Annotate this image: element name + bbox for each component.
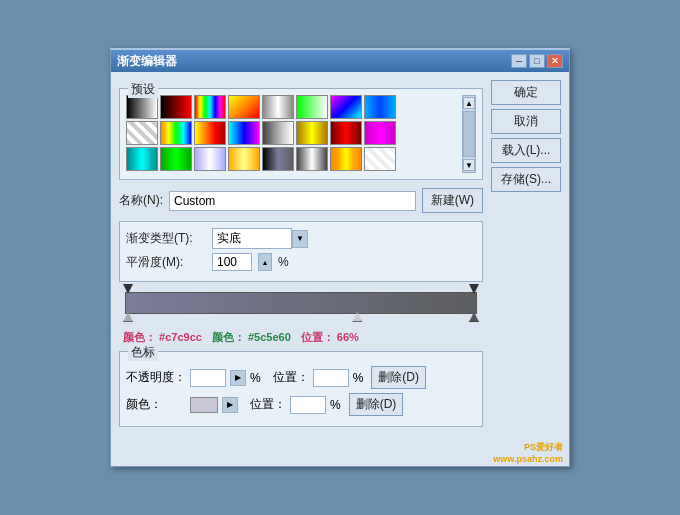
position-value: 66% (337, 331, 359, 343)
preset-swatch-4[interactable] (262, 95, 294, 119)
position-label: 位置： (301, 331, 334, 343)
preset-swatch-10[interactable] (194, 121, 226, 145)
save-button[interactable]: 存储(S)... (491, 167, 561, 192)
color-stops-section: 色标 不透明度： ▶ % 位置： % 删除(D) 颜色： ▶ 位 (119, 351, 483, 427)
side-buttons: 确定 取消 载入(L)... 存储(S)... (491, 80, 561, 431)
maximize-button[interactable]: □ (529, 54, 545, 68)
name-label: 名称(N): (119, 192, 163, 209)
preset-swatch-16[interactable] (126, 147, 158, 171)
pos2-label: 位置： (250, 396, 286, 413)
scroll-down-arrow[interactable]: ▼ (463, 159, 475, 171)
preset-swatch-21[interactable] (296, 147, 328, 171)
pos1-label: 位置： (273, 369, 309, 386)
name-row: 名称(N): 新建(W) (119, 188, 483, 213)
preset-swatch-19[interactable] (228, 147, 260, 171)
position-info: 位置： 66% (301, 330, 359, 345)
close-button[interactable]: ✕ (547, 54, 563, 68)
preset-swatch-8[interactable] (126, 121, 158, 145)
watermark: PS爱好者www.psahz.com (111, 439, 569, 466)
color1-label: 颜色： (123, 331, 156, 343)
preset-swatch-15[interactable] (364, 121, 396, 145)
preset-swatch-17[interactable] (160, 147, 192, 171)
opacity-row: 不透明度： ▶ % 位置： % 删除(D) (126, 366, 476, 389)
new-button[interactable]: 新建(W) (422, 188, 483, 213)
preset-swatch-3[interactable] (228, 95, 260, 119)
scroll-up-arrow[interactable]: ▲ (463, 97, 475, 109)
preset-swatch-13[interactable] (296, 121, 328, 145)
preset-swatch-7[interactable] (364, 95, 396, 119)
color2-label: 颜色： (212, 331, 245, 343)
smoothness-row: 平滑度(M): ▲ % (126, 253, 476, 271)
preset-swatch-12[interactable] (262, 121, 294, 145)
preset-swatch-23[interactable] (364, 147, 396, 171)
preset-row-2 (126, 121, 458, 145)
gradient-bar-wrapper (125, 292, 477, 314)
smoothness-input[interactable] (212, 253, 252, 271)
scroll-thumb[interactable] (463, 111, 475, 157)
color2-info: 颜色： #5c5e60 (212, 330, 291, 345)
smoothness-label: 平滑度(M): (126, 254, 206, 271)
type-select-container: 实底 ▼ (212, 228, 308, 249)
gradient-bar[interactable] (125, 292, 477, 314)
delete2-button[interactable]: 删除(D) (349, 393, 404, 416)
load-button[interactable]: 载入(L)... (491, 138, 561, 163)
preset-swatch-18[interactable] (194, 147, 226, 171)
preset-swatch-22[interactable] (330, 147, 362, 171)
title-bar: 渐变编辑器 ─ □ ✕ (111, 50, 569, 72)
type-dropdown-arrow[interactable]: ▼ (292, 230, 308, 248)
preset-row-1 (126, 95, 458, 119)
color-swatch[interactable] (190, 397, 218, 413)
pos2-input[interactable] (290, 396, 326, 414)
preset-row-3 (126, 147, 458, 171)
presets-scrollbar[interactable]: ▲ ▼ (462, 95, 476, 173)
preset-swatch-1[interactable] (160, 95, 192, 119)
color-info-row: 颜色： #c7c9cc 颜色： #5c5e60 位置： 66% (123, 330, 479, 345)
preset-swatch-11[interactable] (228, 121, 260, 145)
name-input[interactable] (169, 191, 416, 211)
presets-inner: ▲ ▼ (126, 95, 476, 173)
preset-swatch-6[interactable] (330, 95, 362, 119)
opacity-input[interactable] (190, 369, 226, 387)
type-row: 渐变类型(T): 实底 ▼ (126, 228, 476, 249)
window-body: 预设 (111, 72, 569, 439)
color-arrow[interactable]: ▶ (222, 397, 238, 413)
preset-swatch-9[interactable] (160, 121, 192, 145)
preset-swatch-14[interactable] (330, 121, 362, 145)
opacity-label: 不透明度： (126, 369, 186, 386)
main-content: 预设 (119, 80, 483, 431)
pos2-unit: % (330, 398, 341, 412)
pos1-unit: % (353, 371, 364, 385)
presets-label: 预设 (128, 81, 158, 98)
gradient-settings: 渐变类型(T): 实底 ▼ 平滑度(M): ▲ % (119, 221, 483, 282)
cancel-button[interactable]: 取消 (491, 109, 561, 134)
color1-value: #c7c9cc (159, 331, 202, 343)
smoothness-unit: % (278, 255, 289, 269)
preset-swatch-2[interactable] (194, 95, 226, 119)
minimize-button[interactable]: ─ (511, 54, 527, 68)
type-select[interactable]: 实底 (212, 228, 292, 249)
preset-swatch-0[interactable] (126, 95, 158, 119)
smoothness-spin[interactable]: ▲ (258, 253, 272, 271)
gradient-editor-window: 渐变编辑器 ─ □ ✕ 预设 (110, 48, 570, 467)
window-title: 渐变编辑器 (117, 53, 177, 70)
window-controls: ─ □ ✕ (511, 54, 563, 68)
preset-swatch-5[interactable] (296, 95, 328, 119)
color-stops-label: 色标 (128, 344, 158, 361)
delete1-button[interactable]: 删除(D) (371, 366, 426, 389)
presets-section: 预设 (119, 88, 483, 180)
preset-swatch-20[interactable] (262, 147, 294, 171)
color2-value: #5c5e60 (248, 331, 291, 343)
pos1-input[interactable] (313, 369, 349, 387)
type-label: 渐变类型(T): (126, 230, 206, 247)
color-row: 颜色： ▶ 位置： % 删除(D) (126, 393, 476, 416)
opacity-arrow[interactable]: ▶ (230, 370, 246, 386)
presets-grid (126, 95, 458, 173)
opacity-unit: % (250, 371, 261, 385)
ok-button[interactable]: 确定 (491, 80, 561, 105)
color-label: 颜色： (126, 396, 186, 413)
color1-info: 颜色： #c7c9cc (123, 330, 202, 345)
